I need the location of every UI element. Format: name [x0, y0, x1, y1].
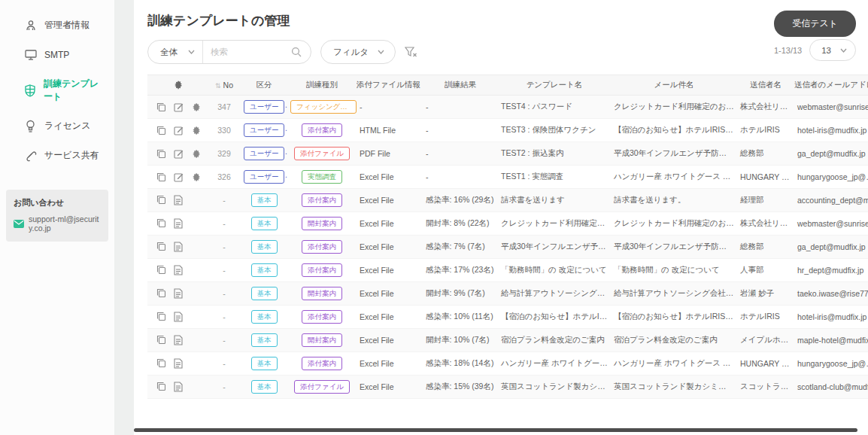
sidebar-item-link[interactable]: サービス共有: [0, 141, 114, 170]
sidebar-item-user[interactable]: 管理者情報: [0, 11, 114, 40]
copy-icon[interactable]: [156, 288, 166, 299]
doc-icon[interactable]: [174, 195, 183, 205]
cell-email: scotland-club@mudfix.jp: [794, 376, 868, 399]
contact-email-link[interactable]: support-ml@jsecurity.co.jp: [14, 214, 101, 233]
copy-icon[interactable]: [156, 382, 166, 392]
doc-icon[interactable]: [174, 382, 183, 392]
category-badge: 基本: [251, 333, 278, 346]
edit-icon[interactable]: [174, 102, 184, 112]
row-actions: [150, 218, 205, 229]
type-badge: 添付案内: [302, 123, 342, 136]
doc-icon[interactable]: [174, 358, 183, 369]
template-table: ⇅No 区分 訓練種別 添付ファイル情報i 訓練結果 テンプレート名 メール件名…: [147, 75, 868, 399]
sidebar-gutter: [114, 0, 134, 435]
edit-icon[interactable]: [174, 149, 184, 159]
copy-icon[interactable]: [156, 172, 166, 182]
copy-icon[interactable]: [156, 195, 166, 205]
cell-no: -: [208, 282, 241, 306]
cell-result: 感染率: 10% (11名): [423, 306, 498, 329]
cell-no: 330: [208, 119, 241, 142]
user-icon: [24, 19, 37, 32]
cell-attachment: Excel File: [357, 282, 423, 306]
gear-icon[interactable]: [191, 102, 201, 112]
cell-sender: ホテルIRIS: [737, 119, 794, 142]
chevron-down-icon: [188, 50, 195, 54]
horizontal-scrollbar[interactable]: [134, 428, 857, 432]
cell-attachment: Excel File: [357, 212, 423, 236]
doc-icon[interactable]: [174, 265, 183, 275]
contact-title: お問い合わせ: [14, 197, 101, 208]
cell-subject: 英国スコットランド製カシミヤ100%マフ…: [611, 376, 737, 399]
edit-icon[interactable]: [174, 172, 184, 182]
copy-icon[interactable]: [156, 126, 166, 135]
copy-icon[interactable]: [156, 242, 166, 252]
table-row: - 基本 開封案内 Excel File 開封率: 10% (7名) 宿泊プラン…: [147, 329, 868, 352]
doc-icon[interactable]: [174, 242, 183, 252]
shield-icon: [24, 84, 36, 97]
doc-icon[interactable]: [174, 288, 183, 299]
sidebar-item-monitor[interactable]: SMTP: [0, 40, 114, 69]
cell-template: 請求書を送ります: [498, 189, 611, 212]
copy-icon[interactable]: [156, 218, 166, 229]
cell-result: 感染率: 17% (23名): [423, 259, 498, 282]
cell-subject: 【宿泊のお知らせ】ホテルIRIS : 思い通り…: [611, 119, 737, 142]
cell-sender: HUNGARY G…: [737, 166, 794, 189]
chevron-down-icon: [840, 48, 847, 53]
copy-icon[interactable]: [156, 335, 166, 345]
type-badge: 添付案内: [302, 240, 342, 253]
cell-subject: 宿泊プラン料金改定のご案内: [611, 329, 737, 352]
cell-result: 開封率: 9% (7名): [423, 282, 498, 306]
chevron-down-icon: [378, 50, 384, 54]
doc-icon[interactable]: [174, 218, 183, 229]
sidebar-item-bulb[interactable]: ライセンス: [0, 111, 114, 141]
search-input[interactable]: [203, 47, 288, 56]
column-settings-gear-icon[interactable]: [173, 80, 183, 90]
cell-template: 「勤務時間」の 改定について: [498, 259, 611, 282]
sort-icon[interactable]: ⇅: [215, 82, 221, 90]
cell-attachment: Excel File: [357, 352, 423, 376]
copy-icon[interactable]: [156, 149, 166, 159]
cell-email: taeko.iwase@rise77.co.jp: [794, 282, 868, 306]
cell-attachment: Excel File: [357, 259, 423, 282]
edit-icon[interactable]: [174, 126, 184, 135]
receive-test-button[interactable]: 受信テスト: [774, 11, 856, 37]
cell-no: -: [208, 376, 241, 399]
gear-icon[interactable]: [191, 172, 201, 182]
doc-icon[interactable]: [174, 335, 183, 345]
copy-icon[interactable]: [156, 102, 166, 112]
copy-icon[interactable]: [156, 265, 166, 275]
cell-subject: ハンガリー産 ホワイトグース ダウン羽毛…: [611, 166, 737, 189]
cell-no: -: [208, 189, 241, 212]
copy-icon[interactable]: [156, 358, 166, 369]
gear-icon[interactable]: [191, 149, 201, 159]
cell-email: webmaster@sunrise-online.co…: [794, 212, 868, 236]
row-actions: [150, 265, 205, 275]
table-row: - 基本 添付案内 Excel File 感染率: 10% (11名) 【宿泊の…: [147, 306, 868, 329]
sidebar-item-shield[interactable]: 訓練テンプレート: [0, 69, 114, 111]
cell-no: -: [208, 352, 241, 376]
cell-result: 感染率: 15% (39名): [423, 376, 498, 399]
cell-no: -: [208, 259, 241, 282]
col-email: 送信者のメールアドレス: [794, 75, 868, 96]
type-badge: 添付案内: [302, 310, 342, 323]
cell-subject: 請求書を送ります。: [611, 189, 737, 212]
copy-icon[interactable]: [156, 312, 166, 322]
cell-template: 宿泊プラン料金改定のご案内: [498, 329, 611, 352]
doc-icon[interactable]: [174, 312, 183, 322]
search-icon[interactable]: [288, 47, 311, 57]
cell-email: hr_dept@mudfix.jp: [794, 259, 868, 282]
col-category: 区分: [241, 75, 287, 96]
search-scope-select[interactable]: 全体: [148, 41, 203, 63]
bulb-icon: [24, 120, 37, 132]
filter-label: フィルタ: [333, 47, 369, 58]
row-actions: [150, 358, 205, 369]
cell-subject: 平成30年インフルエンザ予防接種の会社…: [611, 236, 737, 259]
page-size-select[interactable]: 13: [809, 39, 856, 61]
filter-clear-icon[interactable]: [405, 47, 417, 58]
filter-select[interactable]: フィルタ: [320, 40, 396, 64]
col-result: 訓練結果: [423, 75, 498, 96]
gear-icon[interactable]: [191, 126, 201, 135]
row-actions: [150, 195, 205, 205]
category-badge: 基本: [251, 310, 278, 323]
cell-result: -: [423, 166, 498, 189]
